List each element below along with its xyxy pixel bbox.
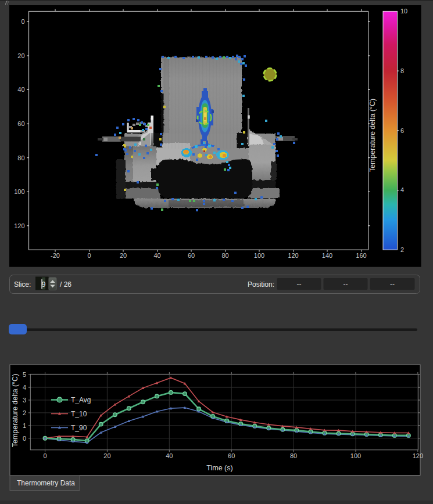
svg-text:20: 20 <box>103 452 110 459</box>
svg-text:1: 1 <box>23 422 26 429</box>
svg-text:5: 5 <box>23 371 26 378</box>
svg-text:2: 2 <box>400 246 404 253</box>
svg-text:20: 20 <box>17 52 24 59</box>
svg-text:0: 0 <box>23 435 26 442</box>
svg-text:2: 2 <box>23 409 26 416</box>
svg-text:Position:: Position: <box>248 280 274 289</box>
svg-text:0: 0 <box>87 252 91 259</box>
svg-text:T_10: T_10 <box>71 410 87 418</box>
svg-text:Temperature delta (°C): Temperature delta (°C) <box>368 99 377 172</box>
svg-text:100: 100 <box>350 452 361 459</box>
svg-text:0: 0 <box>43 452 46 459</box>
svg-text:120: 120 <box>413 452 423 459</box>
svg-text:140: 140 <box>322 252 332 259</box>
svg-text:60: 60 <box>228 452 235 459</box>
svg-text:10: 10 <box>400 8 407 15</box>
svg-text:60: 60 <box>188 252 195 259</box>
svg-text:--: -- <box>390 280 395 288</box>
svg-text:40: 40 <box>153 252 160 259</box>
svg-text:120: 120 <box>288 252 298 259</box>
svg-text:4: 4 <box>400 186 404 193</box>
svg-text:3: 3 <box>23 397 26 404</box>
svg-text:T_90: T_90 <box>71 424 87 432</box>
svg-text:Time (s): Time (s) <box>206 464 232 472</box>
svg-text:--: -- <box>343 280 348 288</box>
svg-text:8: 8 <box>400 67 404 74</box>
svg-text:/ 26: / 26 <box>60 280 71 289</box>
svg-text:Slice:: Slice: <box>14 280 31 289</box>
svg-text:80: 80 <box>290 452 297 459</box>
svg-text:9: 9 <box>42 280 46 289</box>
svg-text:80: 80 <box>221 252 228 259</box>
svg-text:Temperature delta (°C): Temperature delta (°C) <box>11 374 19 448</box>
svg-text:60: 60 <box>17 120 24 127</box>
svg-text:0: 0 <box>21 18 24 25</box>
svg-text:40: 40 <box>17 86 24 93</box>
svg-text:Thermometry Data: Thermometry Data <box>17 479 75 487</box>
svg-text:-20: -20 <box>51 252 60 259</box>
svg-text:4: 4 <box>23 384 26 391</box>
svg-text:20: 20 <box>120 252 127 259</box>
svg-text:160: 160 <box>356 252 366 259</box>
svg-text:120: 120 <box>14 222 24 229</box>
svg-text:6: 6 <box>400 127 404 134</box>
svg-text:80: 80 <box>17 154 24 161</box>
svg-text:100: 100 <box>254 252 264 259</box>
svg-text:40: 40 <box>166 452 173 459</box>
svg-text:--: -- <box>297 280 302 288</box>
svg-text:T_Avg: T_Avg <box>71 396 91 404</box>
svg-text:100: 100 <box>14 188 24 195</box>
